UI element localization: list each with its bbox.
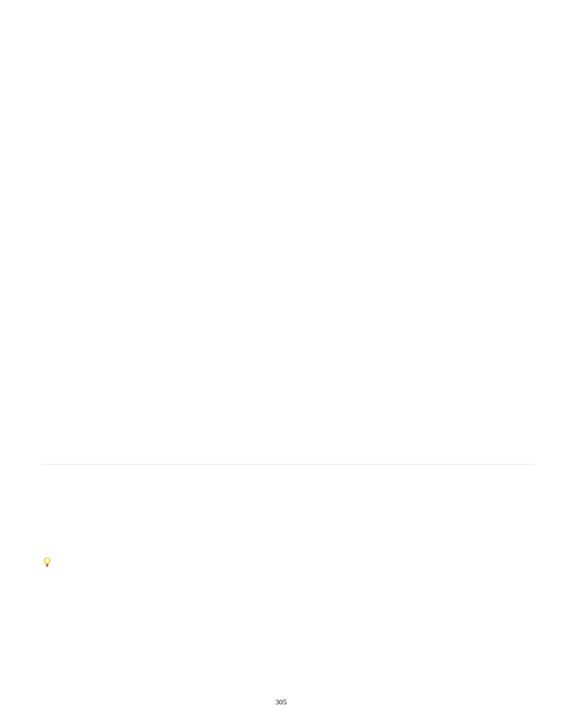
svg-rect-3 bbox=[47, 566, 48, 567]
svg-point-0 bbox=[45, 558, 49, 563]
lightbulb-icon bbox=[44, 558, 51, 567]
page-number: 305 bbox=[0, 697, 562, 707]
svg-rect-2 bbox=[46, 565, 48, 566]
svg-rect-1 bbox=[46, 564, 48, 565]
horizontal-divider bbox=[41, 464, 535, 465]
